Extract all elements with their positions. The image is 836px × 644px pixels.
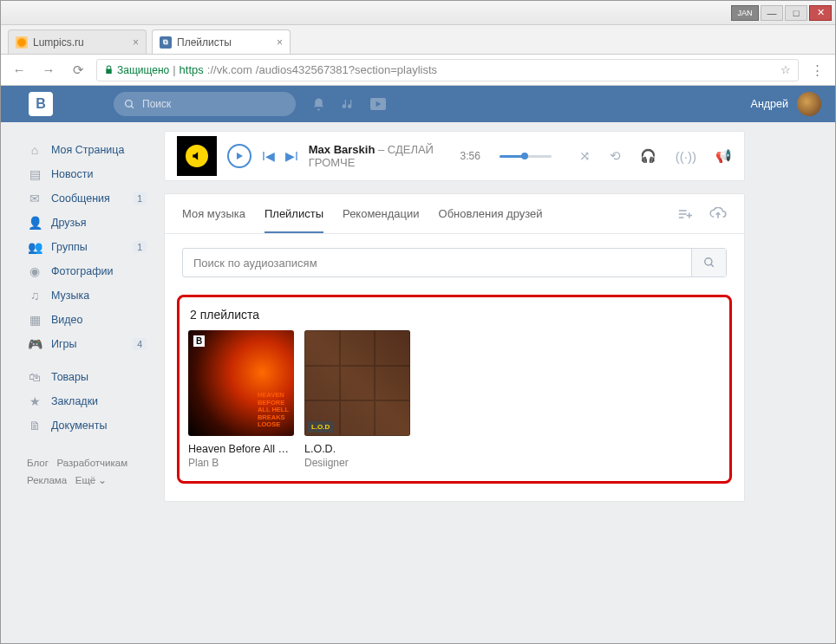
secure-label: Защищено	[117, 64, 169, 76]
favicon-icon: ⧉	[160, 36, 172, 49]
next-button[interactable]: ▶I	[285, 149, 298, 163]
search-icon	[124, 99, 135, 110]
shuffle-icon[interactable]: ⤨	[579, 148, 591, 164]
close-icon[interactable]: ×	[133, 36, 139, 49]
tab-friend-updates[interactable]: Обновления друзей	[439, 194, 543, 233]
notifications-icon[interactable]	[311, 97, 326, 112]
playlist-cover: L.O.D	[304, 330, 410, 436]
svg-point-0	[126, 100, 133, 107]
broadcast-icon[interactable]: ((·))	[676, 149, 696, 164]
add-playlist-icon[interactable]	[676, 207, 694, 221]
avatar	[797, 92, 821, 116]
main-column: I◀ ▶I Max Barskih – СДЕЛАЙ ГРОМЧЕ 3:56 ⤨…	[164, 131, 745, 502]
sidebar-footer: Блог Разработчикам Реклама Ещё ⌄	[22, 455, 152, 489]
sidebar-item-games[interactable]: 🎮Игры4	[22, 332, 152, 356]
url-bar: ← → ⟳ Защищено | https://vk.com/audios43…	[1, 55, 835, 86]
sidebar-item-mypage[interactable]: ⌂Моя Страница	[22, 138, 152, 162]
tab-lumpics[interactable]: Lumpics.ru ×	[8, 29, 147, 54]
tab-my-music[interactable]: Моя музыка	[182, 194, 245, 233]
playlists-heading: 2 плейлиста	[188, 304, 721, 330]
header-search[interactable]: Поиск	[114, 92, 296, 116]
sidebar-item-friends[interactable]: 👤Друзья	[22, 211, 152, 235]
sidebar-item-messages[interactable]: ✉Сообщения1	[22, 186, 152, 211]
search-button[interactable]	[691, 249, 726, 276]
music-icon: ♫	[27, 289, 42, 302]
vk-logo[interactable]: B	[29, 92, 53, 116]
track-duration: 3:56	[460, 150, 480, 162]
headphones-icon[interactable]: 🎧	[640, 148, 656, 164]
svg-point-7	[704, 258, 711, 265]
svg-line-8	[710, 264, 713, 267]
audio-search-input[interactable]: Поиск по аудиозаписям	[183, 249, 691, 276]
playlist-title: Heaven Before All Hell ...	[188, 443, 294, 455]
share-icon[interactable]: 📢	[715, 148, 732, 164]
minimize-button[interactable]: —	[761, 5, 783, 21]
home-icon: ⌂	[27, 143, 42, 157]
sidebar-item-groups[interactable]: 👥Группы1	[22, 235, 152, 259]
video-icon: ▦	[27, 313, 42, 327]
menu-icon[interactable]: ⋮	[806, 59, 828, 81]
address-field[interactable]: Защищено | https://vk.com/audios43256738…	[96, 59, 799, 81]
sidebar-item-news[interactable]: ▤Новости	[22, 162, 152, 186]
volume-slider[interactable]	[500, 147, 552, 165]
playlist-title: L.O.D.	[304, 443, 410, 455]
search-placeholder: Поиск	[142, 98, 171, 110]
page-content: B Поиск Андрей ⌂Моя Страница ▤Новости ✉С…	[1, 86, 835, 643]
play-button[interactable]	[227, 144, 251, 168]
username: Андрей	[751, 98, 788, 110]
forward-button[interactable]: →	[37, 59, 60, 81]
footer-ads[interactable]: Реклама	[27, 475, 67, 485]
playlist-artist: Plan B	[188, 457, 294, 469]
extension-button[interactable]: JAN	[731, 5, 759, 21]
browser-tabs: Lumpics.ru × ⧉ Плейлисты ×	[1, 25, 835, 55]
tab-label: Lumpics.ru	[33, 36, 84, 49]
app-window: JAN — □ ✕ Lumpics.ru × ⧉ Плейлисты × ← →…	[0, 0, 836, 644]
playlist-artist: Desiigner	[304, 457, 410, 469]
prev-button[interactable]: I◀	[262, 149, 275, 163]
close-button[interactable]: ✕	[809, 5, 832, 21]
messages-icon: ✉	[27, 192, 42, 205]
shop-icon: 🛍	[27, 370, 42, 384]
sidebar-item-video[interactable]: ▦Видео	[22, 308, 152, 332]
photo-icon: ◉	[27, 264, 42, 278]
groups-icon: 👥	[27, 240, 42, 254]
back-button[interactable]: ←	[8, 59, 30, 81]
repeat-icon[interactable]: ⟲	[610, 148, 621, 164]
favicon-icon	[16, 36, 28, 49]
badge: 4	[133, 338, 147, 350]
footer-blog[interactable]: Блог	[27, 458, 49, 468]
track-cover[interactable]	[177, 136, 217, 176]
player-icon[interactable]	[370, 98, 386, 110]
tab-recommendations[interactable]: Рекомендации	[343, 194, 420, 233]
sidebar-item-market[interactable]: 🛍Товары	[22, 365, 152, 389]
playlist-item[interactable]: L.O.D L.O.D. Desiigner	[304, 330, 410, 469]
tab-playlists[interactable]: Плейлисты	[265, 194, 323, 233]
url-protocol: https	[180, 63, 204, 76]
url-host: ://vk.com	[207, 63, 252, 76]
maximize-button[interactable]: □	[785, 5, 807, 21]
bookmark-star-icon[interactable]: ☆	[780, 63, 791, 76]
bookmark-icon: ★	[27, 394, 42, 408]
reload-button[interactable]: ⟳	[67, 59, 89, 81]
sidebar-item-bookmarks[interactable]: ★Закладки	[22, 389, 152, 413]
sidebar-item-photos[interactable]: ◉Фотографии	[22, 259, 152, 283]
footer-more[interactable]: Ещё ⌄	[75, 475, 108, 485]
search-icon	[703, 257, 715, 269]
music-icon[interactable]	[342, 98, 355, 111]
badge: 1	[133, 192, 147, 205]
audio-search-row: Поиск по аудиозаписям	[165, 234, 744, 291]
news-icon: ▤	[27, 167, 42, 181]
docs-icon: 🗎	[27, 419, 42, 433]
track-info: Max Barskih – СДЕЛАЙ ГРОМЧЕ	[309, 143, 454, 169]
close-icon[interactable]: ×	[277, 36, 283, 49]
badge: 1	[133, 241, 147, 253]
sidebar: ⌂Моя Страница ▤Новости ✉Сообщения1 👤Друз…	[22, 131, 152, 502]
sidebar-item-music[interactable]: ♫Музыка	[22, 283, 152, 308]
sidebar-item-docs[interactable]: 🗎Документы	[22, 413, 152, 438]
speaker-icon	[184, 143, 210, 169]
playlist-item[interactable]: Heaven Before All Hell ... Plan B	[188, 330, 294, 469]
footer-devs[interactable]: Разработчикам	[56, 458, 127, 468]
tab-playlists[interactable]: ⧉ Плейлисты ×	[152, 29, 291, 54]
user-menu[interactable]: Андрей	[751, 92, 821, 116]
upload-icon[interactable]	[709, 207, 727, 221]
